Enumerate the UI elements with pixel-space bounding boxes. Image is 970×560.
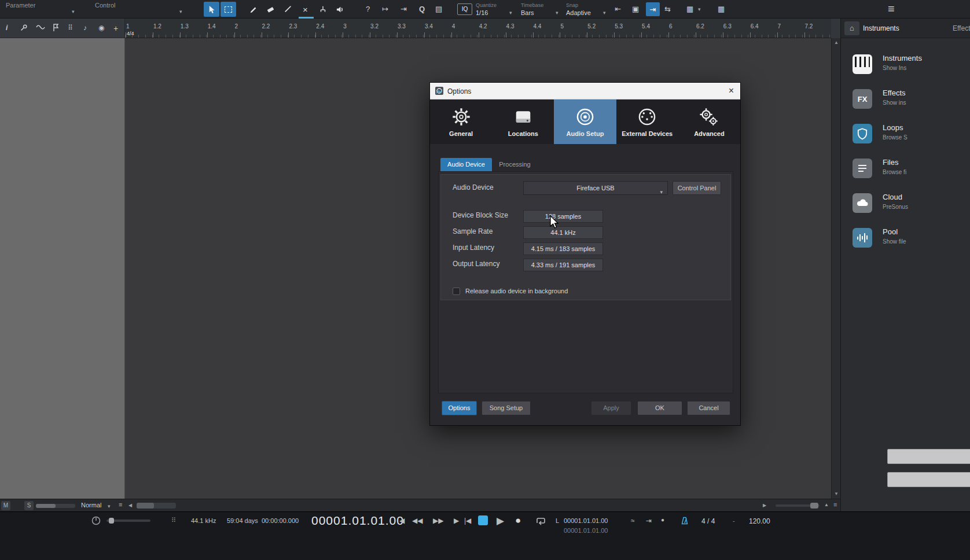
scroll-left-icon[interactable]: ◀: [128, 503, 132, 508]
solo-button[interactable]: S: [24, 501, 34, 510]
loop-button[interactable]: [535, 517, 546, 526]
zoom-slider-handle[interactable]: [810, 503, 818, 509]
browser-item-pool[interactable]: Pool Show file: [841, 221, 970, 256]
automation-curve-icon[interactable]: [36, 24, 45, 32]
mute-tool-button[interactable]: ×: [297, 2, 313, 17]
stop-button[interactable]: [478, 515, 488, 525]
grip-dots-icon[interactable]: ⠿: [171, 517, 176, 524]
main-menu-icon[interactable]: ≡: [888, 2, 895, 16]
chevron-down-icon[interactable]: ▾: [108, 504, 111, 509]
list-menu-icon[interactable]: ≡: [119, 501, 122, 508]
return-to-start-button[interactable]: |◀: [464, 517, 471, 525]
follow-playhead-button[interactable]: ⇥: [646, 2, 660, 16]
vertical-scrollbar[interactable]: ▲ ▼: [831, 38, 840, 499]
close-icon[interactable]: ×: [729, 86, 734, 96]
zoom-slider[interactable]: [776, 504, 820, 507]
split-tool-button[interactable]: [315, 2, 330, 17]
monitor-knob-icon[interactable]: [91, 516, 101, 526]
browser-item-effects[interactable]: FX Effects Show ins: [841, 82, 970, 117]
release-audio-device-checkbox[interactable]: [453, 288, 460, 295]
tab-instruments[interactable]: Instruments: [863, 24, 899, 32]
tab-general[interactable]: General: [430, 100, 492, 144]
apply-button[interactable]: Apply: [591, 401, 631, 415]
cancel-button[interactable]: Cancel: [687, 401, 730, 415]
clock-icon[interactable]: ◉: [98, 24, 104, 32]
tab-audio-setup[interactable]: Audio Setup: [554, 100, 616, 144]
timebase-select[interactable]: Timebase Bars ▾: [521, 0, 563, 19]
ok-button[interactable]: OK: [637, 401, 682, 415]
horizontal-scrollbar-thumb[interactable]: [137, 503, 154, 509]
scroll-right-icon[interactable]: ▶: [763, 503, 766, 508]
tempo-display[interactable]: 120.00: [749, 517, 770, 525]
output-level-handle[interactable]: [109, 518, 114, 524]
home-icon[interactable]: ⌂: [844, 21, 859, 35]
tempo-decrement[interactable]: -: [733, 517, 735, 524]
listen-tool-button[interactable]: [332, 2, 348, 17]
range-tool-button[interactable]: [221, 2, 236, 17]
tab-external-devices[interactable]: External Devices: [616, 100, 678, 144]
record-button[interactable]: ●: [515, 515, 521, 526]
nudge-right-icon[interactable]: ↦: [382, 5, 388, 13]
mute-button[interactable]: M: [1, 501, 10, 510]
track-header-area[interactable]: [0, 38, 125, 499]
browser-item-files[interactable]: Files Browse fi: [841, 152, 970, 186]
pre-roll-icon[interactable]: ≈: [631, 517, 635, 525]
subtab-processing[interactable]: Processing: [492, 158, 538, 171]
help-icon[interactable]: ?: [366, 5, 370, 13]
marker-flag-icon[interactable]: [52, 24, 60, 34]
chevron-down-icon[interactable]: ▾: [698, 7, 701, 12]
grid-dots-icon[interactable]: ⠿: [68, 24, 73, 32]
main-time-display[interactable]: 00001.01.01.00: [311, 514, 404, 528]
info-icon[interactable]: i: [6, 24, 8, 32]
swap-icon[interactable]: ⇆: [664, 5, 671, 13]
rewind-button[interactable]: ◀◀: [412, 517, 422, 525]
next-bar-button[interactable]: ▶: [454, 517, 459, 525]
iq-button[interactable]: IQ: [457, 3, 472, 15]
time-seconds-display[interactable]: 00:00:00.000: [262, 517, 299, 524]
paint-tool-button[interactable]: [280, 2, 296, 17]
sample-rate-display[interactable]: 44.1 kHz: [191, 517, 216, 524]
zoom-in-icon[interactable]: ▲: [824, 502, 829, 507]
loop-start-display[interactable]: 00001.01.01.00: [564, 517, 608, 524]
browser-item-loops[interactable]: Loops Browse S: [841, 117, 970, 152]
song-setup-button[interactable]: Song Setup: [482, 401, 531, 415]
tab-advanced[interactable]: Advanced: [678, 100, 740, 144]
quantize-q-icon[interactable]: Q: [419, 5, 425, 13]
mode-select[interactable]: Normal: [81, 502, 101, 509]
loop-end-display[interactable]: 00001.01.01.00: [564, 527, 608, 534]
volume-slider[interactable]: [36, 504, 75, 508]
fast-forward-button[interactable]: ▶▶: [433, 517, 443, 525]
note-list-icon[interactable]: ♪: [83, 24, 87, 32]
eraser-tool-button[interactable]: [263, 2, 278, 17]
metronome-icon[interactable]: [681, 517, 689, 526]
parameter-dropdown[interactable]: Parameter ▾: [3, 0, 84, 19]
audio-device-select[interactable]: Fireface USB ▾: [523, 181, 668, 195]
scroll-down-icon[interactable]: ▼: [832, 491, 841, 496]
zoom-fit-icon[interactable]: ≡: [833, 501, 837, 508]
device-block-size-value[interactable]: 128 samples: [523, 210, 603, 223]
subtab-audio-device[interactable]: Audio Device: [440, 158, 492, 171]
dialog-titlebar[interactable]: Options ×: [430, 83, 740, 100]
song-length-display[interactable]: 59:04 days: [227, 517, 258, 524]
pencil-tool-button[interactable]: [245, 2, 261, 17]
control-panel-button[interactable]: Control Panel: [673, 181, 721, 195]
output-level-slider[interactable]: [106, 520, 150, 522]
browser-item-instruments[interactable]: Instruments Show Ins: [841, 47, 970, 82]
browser-item-cloud[interactable]: Cloud PreSonus: [841, 186, 970, 221]
floating-panel[interactable]: [887, 472, 970, 487]
volume-slider-handle[interactable]: [36, 504, 56, 508]
punch-in-icon[interactable]: ⇥: [646, 517, 652, 525]
autoscroll-icon[interactable]: ⇤: [615, 5, 621, 13]
horizontal-scrollbar[interactable]: [137, 503, 176, 509]
snap-select[interactable]: Snap Adaptive ▾: [566, 0, 610, 19]
grid-mode-icon[interactable]: ▦: [686, 5, 693, 13]
nudge-bar-icon[interactable]: ⇥: [401, 5, 407, 13]
tab-locations[interactable]: Locations: [492, 100, 554, 144]
record-mode-icon[interactable]: ●: [661, 517, 664, 523]
control-dropdown[interactable]: Control ▾: [93, 0, 185, 19]
options-button[interactable]: Options: [442, 401, 477, 415]
add-track-icon[interactable]: +: [113, 24, 118, 33]
quantize-select[interactable]: Quantize 1/16 ▾: [476, 0, 516, 19]
time-signature-display[interactable]: 4 / 4: [701, 517, 715, 525]
previous-bar-button[interactable]: ◀: [399, 517, 405, 525]
